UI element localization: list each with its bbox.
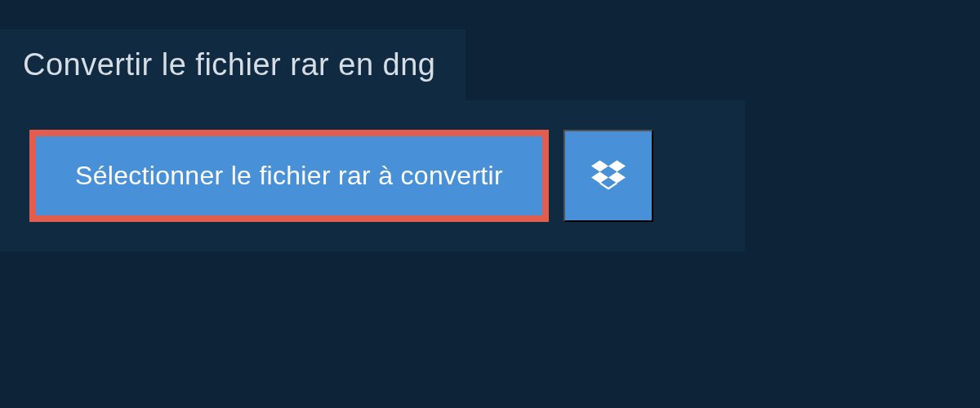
select-file-label: Sélectionner le fichier rar à convertir — [75, 161, 503, 191]
page-title: Convertir le fichier rar en dng — [23, 47, 436, 82]
select-file-button[interactable]: Sélectionner le fichier rar à convertir — [29, 130, 549, 222]
main-panel: Sélectionner le fichier rar à convertir — [0, 100, 745, 251]
dropbox-icon — [591, 157, 626, 194]
dropbox-button[interactable] — [564, 130, 653, 222]
button-row: Sélectionner le fichier rar à convertir — [29, 130, 715, 222]
header-bar: Convertir le fichier rar en dng — [0, 29, 466, 100]
